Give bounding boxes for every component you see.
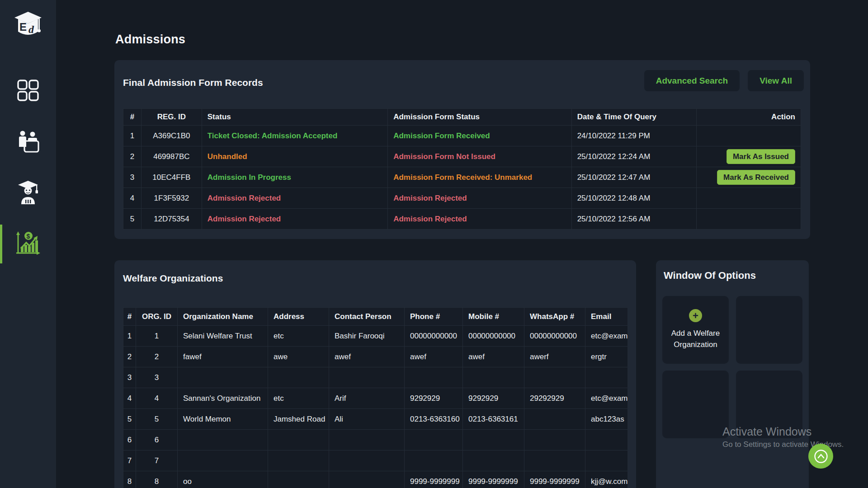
cell-address <box>268 430 329 450</box>
welfare-column-header: Mobile # <box>463 308 524 325</box>
cell-address: awe <box>268 347 329 367</box>
welfare-organizations-card: Welfare Organizations #ORG. IDOrganizati… <box>114 260 636 488</box>
mark-as-received-button[interactable]: Mark As Received <box>717 170 795 185</box>
cell-phone: awef <box>405 347 463 367</box>
cell-address: etc <box>268 326 329 346</box>
cell-organization-name <box>178 430 268 450</box>
cell-organization-name: Sannan's Organization <box>178 388 268 408</box>
cell-whatsapp: 29292929 <box>524 388 585 408</box>
cell-org-id: 1 <box>136 326 178 346</box>
cell-whatsapp <box>524 367 585 388</box>
scroll-to-top-button[interactable] <box>808 444 833 469</box>
sidebar-item-finance[interactable]: $ <box>0 230 56 256</box>
cell-whatsapp: awerf <box>524 347 585 367</box>
admission-column-header: Date & Time Of Query <box>572 109 697 125</box>
svg-text:d: d <box>28 23 34 35</box>
cell-address: Jamshed Road <box>268 409 329 429</box>
cell-reg-id: 469987BC <box>142 146 202 167</box>
cell-reg-id: 12D75354 <box>142 209 202 229</box>
cell-address <box>268 367 329 388</box>
cell-form-status: Admission Rejected <box>388 209 571 229</box>
app-logo[interactable]: E d <box>0 12 56 38</box>
admission-card-actions: Advanced Search View All <box>644 70 804 91</box>
cell-status: Unhandled <box>202 146 388 167</box>
cell-row-number: 3 <box>123 367 136 388</box>
cell-org-id: 4 <box>136 388 178 408</box>
mark-as-issued-button[interactable]: Mark As Issued <box>726 149 795 164</box>
cell-status: Ticket Closed: Admission Accepted <box>202 126 388 146</box>
welfare-table-row: 22fawefaweawefawefawefawerfergtr <box>123 346 627 367</box>
welfare-column-header: Contact Person <box>329 308 405 325</box>
cell-mobile: 9292929 <box>463 388 524 408</box>
cell-reg-id: A369C1B0 <box>142 126 202 146</box>
welfare-column-header: WhatsApp # <box>524 308 585 325</box>
cell-row-number: 8 <box>123 471 136 488</box>
cell-phone: 0213-6363160 <box>405 409 463 429</box>
cell-email <box>585 430 627 450</box>
admission-column-header: Status <box>202 109 388 125</box>
cell-status: Admission Rejected <box>202 188 388 208</box>
cell-datetime: 24/10/2022 11:29 PM <box>572 126 697 146</box>
cell-whatsapp <box>524 450 585 471</box>
svg-text:E: E <box>19 21 27 33</box>
cell-mobile <box>463 430 524 450</box>
cell-address <box>268 450 329 471</box>
cell-email: abc123as <box>585 409 627 429</box>
cell-org-id: 5 <box>136 409 178 429</box>
cell-row-number: 4 <box>123 388 136 408</box>
welfare-table-viewport: #ORG. IDOrganization NameAddressContact … <box>123 307 627 488</box>
cell-whatsapp: 00000000000 <box>524 326 585 346</box>
cell-org-id: 8 <box>136 471 178 488</box>
admission-column-header: Admission Form Status <box>388 109 571 125</box>
admission-records-card: Final Admission Form Records Advanced Se… <box>114 60 810 239</box>
cell-row-number: 5 <box>123 409 136 429</box>
cell-status: Admission Rejected <box>202 209 388 229</box>
admission-column-header: Action <box>697 109 801 125</box>
cell-status: Admission In Progress <box>202 167 388 188</box>
welfare-card-title: Welfare Organizations <box>123 273 223 284</box>
cell-address: etc <box>268 388 329 408</box>
cell-action <box>697 209 801 229</box>
cell-action <box>697 126 801 146</box>
welfare-table-header-row: #ORG. IDOrganization NameAddressContact … <box>123 308 627 325</box>
cell-form-status: Admission Form Received: Unmarked <box>388 167 571 188</box>
admission-table-row: 41F3F5932Admission RejectedAdmission Rej… <box>123 188 801 208</box>
empty-option-tile <box>736 371 802 438</box>
admission-table-row: 2469987BCUnhandledAdmission Form Not Iss… <box>123 146 801 167</box>
cell-row-number: 1 <box>123 126 142 146</box>
cell-mobile: awef <box>463 347 524 367</box>
cell-contact-person: Bashir Farooqi <box>329 326 405 346</box>
cell-row-number: 2 <box>123 347 136 367</box>
cell-row-number: 5 <box>123 209 142 229</box>
admission-table-header-row: #REG. IDStatusAdmission Form StatusDate … <box>123 109 801 125</box>
chevron-up-circle-icon <box>813 449 829 464</box>
sidebar-item-dashboard[interactable] <box>0 80 56 101</box>
view-all-button[interactable]: View All <box>748 70 804 91</box>
options-grid: + Add a Welfare Organization <box>662 296 802 438</box>
graduation-cube-logo-icon: E d <box>14 12 42 38</box>
sidebar-item-reception[interactable] <box>0 130 56 153</box>
cell-contact-person <box>329 430 405 450</box>
add-welfare-organization-tile[interactable]: + Add a Welfare Organization <box>662 296 729 364</box>
cell-org-id: 7 <box>136 450 178 471</box>
cell-phone <box>405 430 463 450</box>
cell-form-status: Admission Form Not Issued <box>388 146 571 167</box>
cell-contact-person: awef <box>329 347 405 367</box>
cell-mobile: 9999-9999999 <box>463 471 524 488</box>
cell-action: Mark As Issued <box>697 146 801 167</box>
welfare-column-header: ORG. ID <box>136 308 178 325</box>
cell-email <box>585 367 627 388</box>
cell-whatsapp: 9999-9999999 <box>524 471 585 488</box>
cell-org-id: 6 <box>136 430 178 450</box>
svg-text:$: $ <box>27 233 30 240</box>
sidebar-item-students[interactable] <box>0 181 56 204</box>
advanced-search-button[interactable]: Advanced Search <box>644 70 740 91</box>
cell-phone <box>405 450 463 471</box>
cell-phone: 9999-9999999 <box>405 471 463 488</box>
cell-email: etc@exam <box>585 388 627 408</box>
cell-org-id: 3 <box>136 367 178 388</box>
cell-whatsapp <box>524 430 585 450</box>
cell-datetime: 25/10/2022 12:24 AM <box>572 146 697 167</box>
cell-email: etc@exam <box>585 326 627 346</box>
cell-form-status: Admission Rejected <box>388 188 571 208</box>
